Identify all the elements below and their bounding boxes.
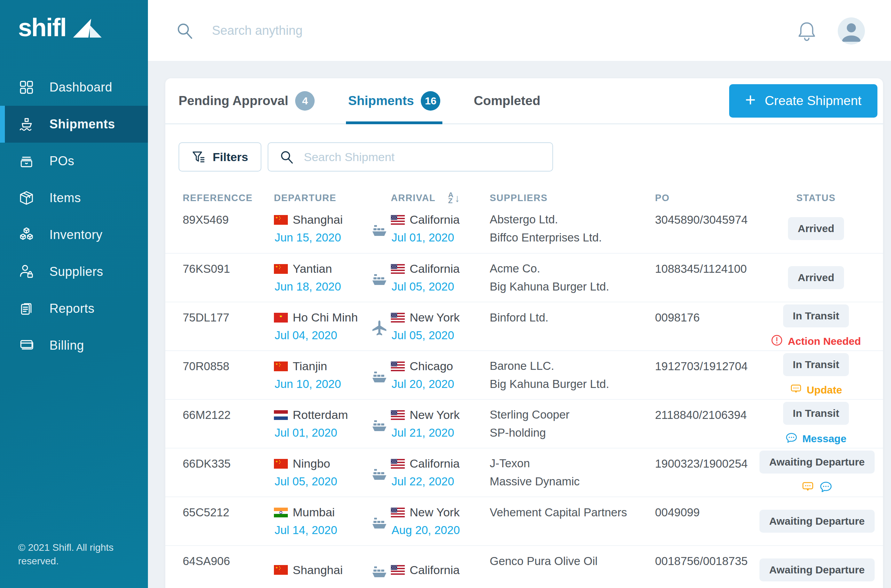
- table-row[interactable]: 64SA906ShanghaiCaliforniaGenco Pura Oliv…: [165, 545, 883, 588]
- arrival-date: Jul 21, 2020: [391, 426, 490, 440]
- col-po: PO: [655, 193, 759, 204]
- dashboard-icon: [18, 79, 35, 96]
- departure-date: Jul 04, 2020: [274, 329, 371, 342]
- tab-label: Shipments: [348, 94, 414, 108]
- arrival-cell: CaliforniaJul 05, 2020: [391, 262, 490, 293]
- tab-pending-approval[interactable]: Pending Approval 4: [179, 78, 315, 123]
- supplier-name: Biffco Enterprises Ltd.: [490, 229, 655, 247]
- sidebar-item-reports[interactable]: Reports: [0, 290, 148, 327]
- arrival-date: Aug 20, 2020: [391, 524, 490, 537]
- tab-count-badge: 4: [295, 91, 315, 111]
- update-chat-icon[interactable]: [802, 480, 814, 494]
- plane-icon: [371, 320, 388, 337]
- message-chat-icon[interactable]: [820, 480, 832, 494]
- arrival-city: California: [410, 563, 460, 577]
- sidebar: shifl DashboardShipmentsPOsItemsInventor…: [0, 0, 148, 588]
- status-link-label: Update: [807, 384, 842, 396]
- shifl-app: shifl DashboardShipmentsPOsItemsInventor…: [0, 0, 891, 588]
- departure-date: Jul 05, 2020: [274, 475, 371, 488]
- notifications-bell-icon[interactable]: [797, 21, 816, 41]
- items-icon: [18, 190, 35, 206]
- departure-cell: Ho Chi MinhJul 04, 2020: [274, 311, 371, 342]
- sort-az-icon[interactable]: AZ ↓: [448, 192, 460, 204]
- chat-icons[interactable]: [802, 480, 832, 494]
- arrival-city: California: [410, 457, 460, 470]
- create-shipment-button[interactable]: + Create Shipment: [729, 84, 877, 118]
- global-search-input[interactable]: Search anything: [176, 0, 302, 61]
- message-link[interactable]: Message: [786, 432, 846, 446]
- table-row[interactable]: 75DL177Ho Chi MinhJul 04, 2020New YorkJu…: [165, 302, 883, 350]
- sidebar-item-dashboard[interactable]: Dashboard: [0, 69, 148, 106]
- status-cell: In TransitUpdate: [759, 353, 873, 398]
- departure-cell: RotterdamJul 01, 2020: [274, 408, 371, 440]
- create-shipment-label: Create Shipment: [765, 94, 861, 108]
- filters-button[interactable]: Filters: [179, 142, 261, 171]
- usa-flag-icon: [391, 215, 405, 225]
- reference-cell: 89X5469: [183, 213, 274, 226]
- update-link[interactable]: Update: [790, 383, 842, 398]
- reports-icon: [18, 300, 35, 317]
- ship-icon: [371, 514, 388, 532]
- status-badge: In Transit: [783, 353, 849, 376]
- supplier-name: SP-holding: [490, 424, 655, 442]
- ship-icon: [371, 417, 388, 434]
- tab-completed[interactable]: Completed: [474, 78, 540, 123]
- table-row[interactable]: 65C5212MumbaiJul 14, 2020New YorkAug 20,…: [165, 496, 883, 545]
- action-link[interactable]: Action Needed: [771, 334, 861, 349]
- ship-icon: [371, 271, 388, 288]
- sidebar-item-label: Suppliers: [50, 264, 104, 279]
- table-row[interactable]: 76KS091YantianJun 18, 2020CaliforniaJul …: [165, 253, 883, 302]
- po-cell: 1900323/1900254: [655, 457, 759, 470]
- sidebar-item-label: Items: [50, 190, 81, 205]
- col-departure: DEPARTURE: [274, 193, 371, 204]
- reference-cell: 66M2122: [183, 408, 274, 422]
- arrival-city: California: [410, 262, 460, 276]
- sidebar-item-suppliers[interactable]: Suppliers: [0, 253, 148, 290]
- supplier-name: Massive Dynamic: [490, 472, 655, 490]
- status-link-label: Message: [802, 433, 846, 445]
- table-row[interactable]: 70R0858TianjinJun 10, 2020ChicagoJul 20,…: [165, 350, 883, 399]
- supplier-name: Acme Co.: [490, 260, 655, 278]
- sidebar-item-label: POs: [50, 154, 75, 168]
- table-header: REFERENCCE DEPARTURE ARRIVAL AZ ↓ SUPPLI…: [165, 171, 883, 204]
- arrival-cell: New YorkAug 20, 2020: [391, 506, 490, 537]
- suppliers-cell: J-TexonMassive Dynamic: [490, 454, 655, 490]
- departure-city: Shanghai: [293, 213, 343, 226]
- status-badge: Awaiting Departure: [759, 558, 874, 581]
- ship-icon: [371, 563, 388, 580]
- china-flag-icon: [274, 362, 288, 371]
- sidebar-item-inventory[interactable]: Inventory: [0, 216, 148, 253]
- departure-city: Mumbai: [293, 506, 335, 519]
- topbar: Search anything: [148, 0, 891, 61]
- user-avatar[interactable]: [838, 17, 865, 45]
- departure-date: Jul 01, 2020: [274, 426, 371, 440]
- sidebar-item-billing[interactable]: Billing: [0, 327, 148, 364]
- logo[interactable]: shifl: [0, 0, 148, 42]
- supplier-name: Big Kahuna Burger Ltd.: [490, 375, 655, 393]
- arrival-city: New York: [410, 408, 460, 422]
- vietnam-flag-icon: [274, 313, 288, 322]
- sidebar-item-items[interactable]: Items: [0, 180, 148, 216]
- sidebar-item-label: Reports: [50, 301, 95, 316]
- usa-flag-icon: [391, 410, 405, 420]
- po-cell: 3045890/3045974: [655, 213, 759, 226]
- sidebar-item-shipments[interactable]: Shipments: [0, 106, 148, 142]
- tab-shipments[interactable]: Shipments 16: [348, 78, 440, 123]
- reference-cell: 75DL177: [183, 311, 274, 324]
- col-arrival: ARRIVAL AZ ↓: [391, 192, 490, 204]
- table-row[interactable]: 66DK335NingboJul 05, 2020CaliforniaJul 2…: [165, 448, 883, 496]
- departure-cell: Shanghai: [274, 563, 371, 577]
- search-shipment-input[interactable]: Search Shipment: [267, 142, 553, 171]
- departure-city: Tianjin: [293, 359, 327, 373]
- sidebar-item-label: Inventory: [50, 228, 103, 242]
- alert-circle-icon: [771, 334, 783, 349]
- arrival-city: New York: [410, 311, 460, 324]
- table-row[interactable]: 89X5469ShanghaiJun 15, 2020CaliforniaJul…: [165, 204, 883, 253]
- po-cell: 2118840/2106394: [655, 408, 759, 422]
- suppliers-cell: Vehement Capital Partners: [490, 504, 655, 522]
- departure-city: Shanghai: [293, 563, 343, 577]
- reference-cell: 65C5212: [183, 506, 274, 519]
- departure-date: Jun 15, 2020: [274, 231, 371, 244]
- sidebar-item-pos[interactable]: POs: [0, 142, 148, 180]
- table-row[interactable]: 66M2122RotterdamJul 01, 2020New YorkJul …: [165, 399, 883, 448]
